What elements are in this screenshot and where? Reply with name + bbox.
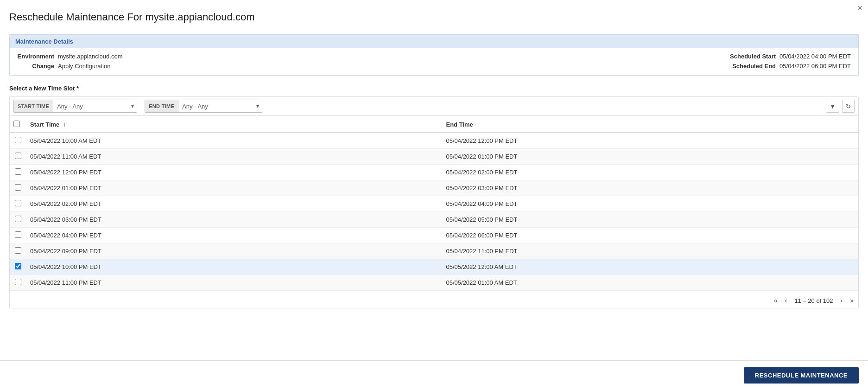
close-button[interactable]: × bbox=[857, 4, 862, 12]
next-page-button[interactable]: › bbox=[838, 296, 846, 305]
end-time-filter-group[interactable]: END TIME Any - Any bbox=[145, 100, 262, 113]
refresh-button[interactable]: ↻ bbox=[842, 100, 855, 113]
row-checkbox[interactable] bbox=[15, 231, 21, 238]
start-time-header[interactable]: Start Time ↑ bbox=[26, 116, 443, 133]
table-wrapper: START TIME Any - Any END TIME Any - Any bbox=[9, 96, 859, 308]
filter-icon-button[interactable]: ▼ bbox=[826, 100, 839, 113]
row-checkbox-cell bbox=[10, 275, 26, 291]
details-left: Environment mysite.appiancloud.com Chang… bbox=[17, 53, 434, 70]
row-checkbox-cell bbox=[10, 149, 26, 165]
start-time-filter-group[interactable]: START TIME Any - Any bbox=[13, 100, 137, 113]
row-checkbox[interactable] bbox=[15, 216, 21, 222]
row-checkbox-cell bbox=[10, 133, 26, 149]
row-checkbox[interactable] bbox=[15, 184, 21, 191]
bottom-bar: RESCHEDULE MAINTENANCE bbox=[0, 360, 868, 390]
first-page-button[interactable]: « bbox=[771, 296, 780, 305]
start-time-header-label: Start Time bbox=[30, 121, 59, 128]
table-row: 05/04/2022 12:00 PM EDT05/04/2022 02:00 … bbox=[10, 165, 858, 180]
sort-icon: ↑ bbox=[63, 121, 66, 128]
start-time-select[interactable]: Any - Any bbox=[53, 100, 137, 112]
change-label: Change bbox=[17, 63, 54, 70]
pagination-row: « ‹ 11 – 20 of 102 › » bbox=[10, 291, 858, 308]
start-time-cell: 05/04/2022 04:00 PM EDT bbox=[26, 228, 443, 243]
start-time-cell: 05/04/2022 10:00 AM EDT bbox=[26, 133, 443, 149]
scheduled-end-label: Scheduled End bbox=[732, 63, 776, 70]
row-checkbox[interactable] bbox=[15, 153, 21, 159]
end-time-filter-label: END TIME bbox=[145, 100, 178, 112]
row-checkbox-cell bbox=[10, 212, 26, 228]
end-time-cell: 05/04/2022 03:00 PM EDT bbox=[443, 180, 859, 196]
end-time-cell: 05/05/2022 12:00 AM EDT bbox=[443, 259, 859, 275]
start-time-filter-label: START TIME bbox=[14, 100, 53, 112]
time-slot-table: Start Time ↑ End Time 05/04/2022 10:00 A… bbox=[10, 116, 858, 291]
end-time-header-label: End Time bbox=[446, 121, 473, 128]
end-time-select-wrapper: Any - Any bbox=[178, 100, 262, 112]
scheduled-start-label: Scheduled Start bbox=[730, 53, 776, 60]
row-checkbox-cell bbox=[10, 180, 26, 196]
start-time-cell: 05/04/2022 11:00 AM EDT bbox=[26, 149, 443, 165]
row-checkbox-cell bbox=[10, 228, 26, 243]
last-page-button[interactable]: » bbox=[847, 296, 856, 305]
row-checkbox-cell bbox=[10, 196, 26, 212]
dialog-container: × Reschedule Maintenance For mysite.appi… bbox=[0, 0, 868, 390]
table-row: 05/04/2022 01:00 PM EDT05/04/2022 03:00 … bbox=[10, 180, 858, 196]
start-time-cell: 05/04/2022 01:00 PM EDT bbox=[26, 180, 443, 196]
start-time-cell: 05/04/2022 03:00 PM EDT bbox=[26, 212, 443, 228]
end-time-cell: 05/04/2022 04:00 PM EDT bbox=[443, 196, 859, 212]
select-all-checkbox[interactable] bbox=[13, 121, 20, 127]
end-time-cell: 05/04/2022 06:00 PM EDT bbox=[443, 228, 859, 243]
header-checkbox-col bbox=[10, 116, 26, 133]
start-time-cell: 05/04/2022 09:00 PM EDT bbox=[26, 243, 443, 259]
end-time-cell: 05/04/2022 01:00 PM EDT bbox=[443, 149, 859, 165]
table-row: 05/04/2022 10:00 PM EDT05/05/2022 12:00 … bbox=[10, 259, 858, 275]
start-time-cell: 05/04/2022 10:00 PM EDT bbox=[26, 259, 443, 275]
row-checkbox-cell bbox=[10, 259, 26, 275]
funnel-icon: ▼ bbox=[830, 103, 836, 110]
scheduled-start-value: 05/04/2022 04:00 PM EDT bbox=[779, 53, 851, 60]
change-value: Apply Configuration bbox=[58, 63, 110, 70]
scheduled-start-row: Scheduled Start 05/04/2022 04:00 PM EDT bbox=[730, 53, 851, 60]
table-body: 05/04/2022 10:00 AM EDT05/04/2022 12:00 … bbox=[10, 133, 858, 291]
row-checkbox[interactable] bbox=[15, 279, 21, 285]
filter-bar: START TIME Any - Any END TIME Any - Any bbox=[10, 97, 858, 116]
dialog-title: Reschedule Maintenance For mysite.appian… bbox=[9, 11, 859, 23]
end-time-cell: 05/04/2022 02:00 PM EDT bbox=[443, 165, 859, 180]
row-checkbox-cell bbox=[10, 165, 26, 180]
section-header: Maintenance Details bbox=[10, 35, 858, 48]
row-checkbox-cell bbox=[10, 243, 26, 259]
start-time-cell: 05/04/2022 02:00 PM EDT bbox=[26, 196, 443, 212]
scheduled-end-row: Scheduled End 05/04/2022 06:00 PM EDT bbox=[732, 63, 851, 70]
table-header-row: Start Time ↑ End Time bbox=[10, 116, 858, 133]
table-row: 05/04/2022 11:00 PM EDT05/05/2022 01:00 … bbox=[10, 275, 858, 291]
toolbar-icons: ▼ ↻ bbox=[826, 100, 855, 113]
refresh-icon: ↻ bbox=[846, 103, 851, 110]
environment-label: Environment bbox=[17, 53, 54, 60]
details-body: Environment mysite.appiancloud.com Chang… bbox=[10, 48, 858, 75]
table-row: 05/04/2022 10:00 AM EDT05/04/2022 12:00 … bbox=[10, 133, 858, 149]
select-slot-label: Select a New Time Slot * bbox=[9, 85, 859, 92]
table-row: 05/04/2022 02:00 PM EDT05/04/2022 04:00 … bbox=[10, 196, 858, 212]
end-time-cell: 05/04/2022 12:00 PM EDT bbox=[443, 133, 859, 149]
row-checkbox[interactable] bbox=[15, 263, 21, 269]
table-row: 05/04/2022 09:00 PM EDT05/04/2022 11:00 … bbox=[10, 243, 858, 259]
end-time-cell: 05/04/2022 05:00 PM EDT bbox=[443, 212, 859, 228]
page-info: 11 – 20 of 102 bbox=[794, 297, 833, 304]
end-time-select[interactable]: Any - Any bbox=[178, 100, 262, 112]
row-checkbox[interactable] bbox=[15, 168, 21, 175]
start-time-select-wrapper: Any - Any bbox=[53, 100, 137, 112]
end-time-cell: 05/05/2022 01:00 AM EDT bbox=[443, 275, 859, 291]
maintenance-details-section: Maintenance Details Environment mysite.a… bbox=[9, 34, 859, 76]
row-checkbox[interactable] bbox=[15, 247, 21, 254]
reschedule-button[interactable]: RESCHEDULE MAINTENANCE bbox=[744, 367, 859, 384]
row-checkbox[interactable] bbox=[15, 137, 21, 143]
table-row: 05/04/2022 11:00 AM EDT05/04/2022 01:00 … bbox=[10, 149, 858, 165]
end-time-cell: 05/04/2022 11:00 PM EDT bbox=[443, 243, 859, 259]
environment-value: mysite.appiancloud.com bbox=[58, 53, 122, 60]
row-checkbox[interactable] bbox=[15, 200, 21, 206]
start-time-cell: 05/04/2022 11:00 PM EDT bbox=[26, 275, 443, 291]
table-row: 05/04/2022 04:00 PM EDT05/04/2022 06:00 … bbox=[10, 228, 858, 243]
end-time-header[interactable]: End Time bbox=[443, 116, 859, 133]
prev-page-button[interactable]: ‹ bbox=[782, 296, 790, 305]
table-row: 05/04/2022 03:00 PM EDT05/04/2022 05:00 … bbox=[10, 212, 858, 228]
details-right: Scheduled Start 05/04/2022 04:00 PM EDT … bbox=[434, 53, 851, 70]
